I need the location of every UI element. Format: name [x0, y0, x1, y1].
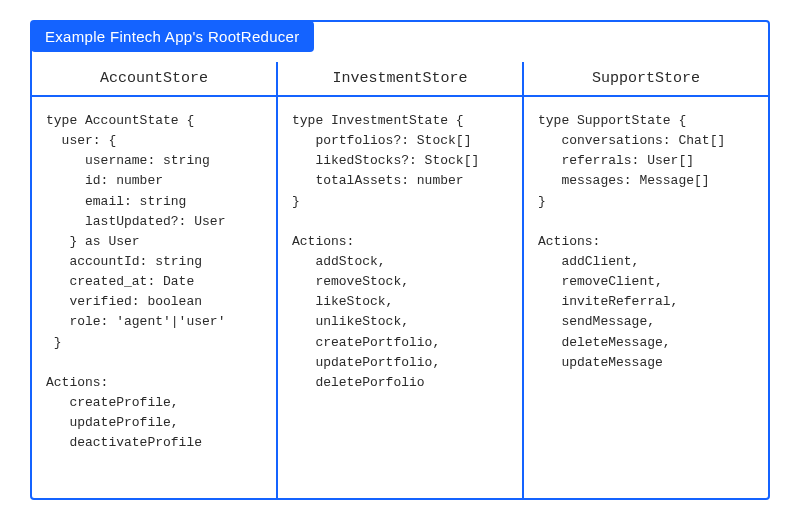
column-account-store: AccountStore type AccountState { user: {… [32, 62, 278, 498]
diagram-title: Example Fintech App's RootReducer [31, 21, 314, 52]
column-header: InvestmentStore [278, 62, 522, 97]
root-reducer-diagram: Example Fintech App's RootReducer Accoun… [30, 20, 770, 500]
column-body: type AccountState { user: { username: st… [32, 97, 276, 467]
column-investment-store: InvestmentStore type InvestmentState { p… [278, 62, 524, 498]
column-header: SupportStore [524, 62, 768, 97]
columns-wrapper: AccountStore type AccountState { user: {… [32, 22, 768, 498]
column-body: type InvestmentState { portfolios?: Stoc… [278, 97, 522, 407]
column-body: type SupportState { conversations: Chat[… [524, 97, 768, 387]
column-header: AccountStore [32, 62, 276, 97]
column-support-store: SupportStore type SupportState { convers… [524, 62, 768, 498]
